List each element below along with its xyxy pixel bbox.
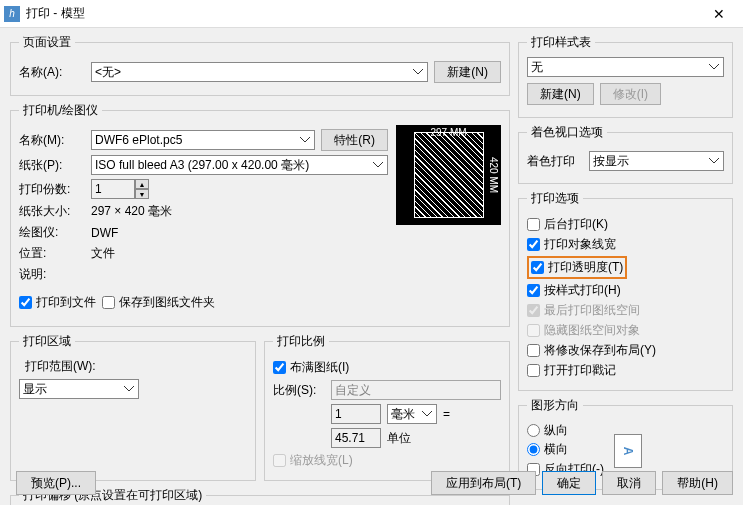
copies-label: 打印份数: [19, 181, 85, 198]
style-table-group: 打印样式表 无 新建(N) 修改(I) [518, 34, 733, 118]
shade-viewport-group: 着色视口选项 着色打印 按显示 [518, 124, 733, 184]
paper-size-value: 297 × 420 毫米 [91, 203, 172, 220]
opt-paperspace-last-checkbox: 最后打印图纸空间 [527, 302, 724, 319]
style-edit-button: 修改(I) [600, 83, 661, 105]
scale-unit-select[interactable]: 毫米 [387, 404, 437, 424]
printer-name-select[interactable]: DWF6 ePlot.pc5 [91, 130, 315, 150]
orient-landscape-radio[interactable]: 横向 [527, 441, 604, 458]
plot-options-legend: 打印选项 [527, 190, 583, 207]
plot-scale-legend: 打印比例 [273, 333, 329, 350]
copies-input[interactable] [91, 179, 135, 199]
app-icon: h [4, 6, 20, 22]
plot-area-legend: 打印区域 [19, 333, 75, 350]
shade-plot-label: 着色打印 [527, 153, 583, 170]
preview-hatch [414, 132, 484, 218]
location-label: 位置: [19, 245, 85, 262]
plot-scale-group: 打印比例 布满图纸(I) 比例(S): 自定义 毫米 = 单位 缩放线宽 [264, 333, 510, 481]
opt-background-checkbox[interactable]: 后台打印(K) [527, 216, 724, 233]
copies-spinner[interactable]: ▲▼ [91, 179, 149, 199]
opt-hide-paperspace-checkbox: 隐藏图纸空间对象 [527, 322, 724, 339]
scale-unit1-input [331, 404, 381, 424]
scale-label: 比例(S): [273, 382, 325, 399]
opt-transparency-highlight: 打印透明度(T) [527, 256, 627, 279]
scale-select: 自定义 [331, 380, 501, 400]
paper-size-label: 纸张大小: [19, 203, 85, 220]
title-bar: h 打印 - 模型 ✕ [0, 0, 743, 28]
spinner-down-icon[interactable]: ▼ [135, 189, 149, 199]
printer-props-button[interactable]: 特性(R) [321, 129, 388, 151]
page-setup-name-label: 名称(A): [19, 64, 85, 81]
printer-name-label: 名称(M): [19, 132, 85, 149]
window-title: 打印 - 模型 [26, 5, 699, 22]
style-new-button[interactable]: 新建(N) [527, 83, 594, 105]
shade-viewport-legend: 着色视口选项 [527, 124, 607, 141]
scale-unit-text: 单位 [387, 430, 411, 447]
plot-range-select[interactable]: 显示 [19, 379, 139, 399]
shade-plot-select[interactable]: 按显示 [589, 151, 724, 171]
opt-transparency-checkbox[interactable]: 打印透明度(T) [531, 259, 623, 276]
preview-button[interactable]: 预览(P)... [16, 471, 96, 495]
save-to-folder-checkbox[interactable]: 保存到图纸文件夹 [102, 294, 215, 311]
spinner-up-icon[interactable]: ▲ [135, 179, 149, 189]
cancel-button[interactable]: 取消 [602, 471, 656, 495]
equals-label: = [443, 407, 450, 421]
opt-plot-stamp-checkbox[interactable]: 打开打印戳记 [527, 362, 724, 379]
page-setup-group: 页面设置 名称(A): <无> 新建(N) [10, 34, 510, 96]
scale-unit2-input [331, 428, 381, 448]
close-button[interactable]: ✕ [699, 0, 739, 28]
plotter-value: DWF [91, 226, 118, 240]
page-setup-new-button[interactable]: 新建(N) [434, 61, 501, 83]
apply-layout-button[interactable]: 应用到布局(T) [431, 471, 536, 495]
page-setup-name-select[interactable]: <无> [91, 62, 428, 82]
paper-preview: 297 MM 420 MM [396, 125, 501, 225]
paper-select[interactable]: ISO full bleed A3 (297.00 x 420.00 毫米) [91, 155, 388, 175]
location-value: 文件 [91, 245, 115, 262]
bottom-bar: 预览(P)... 应用到布局(T) 确定 取消 帮助(H) [10, 471, 733, 495]
help-button[interactable]: 帮助(H) [662, 471, 733, 495]
orient-portrait-radio[interactable]: 纵向 [527, 422, 604, 439]
style-table-legend: 打印样式表 [527, 34, 595, 51]
fit-paper-checkbox[interactable]: 布满图纸(I) [273, 359, 501, 376]
print-to-file-checkbox[interactable]: 打印到文件 [19, 294, 96, 311]
desc-label: 说明: [19, 266, 85, 283]
plot-area-group: 打印区域 打印范围(W): 显示 [10, 333, 256, 481]
opt-save-layout-checkbox[interactable]: 将修改保存到布局(Y) [527, 342, 724, 359]
style-table-select[interactable]: 无 [527, 57, 724, 77]
orientation-icon: A [614, 434, 642, 468]
ok-button[interactable]: 确定 [542, 471, 596, 495]
plot-range-label: 打印范围(W): [25, 358, 247, 375]
page-setup-legend: 页面设置 [19, 34, 75, 51]
orientation-legend: 图形方向 [527, 397, 583, 414]
scale-lineweight-checkbox: 缩放线宽(L) [273, 452, 501, 469]
printer-group: 打印机/绘图仪 名称(M): DWF6 ePlot.pc5 特性(R) 纸张(P… [10, 102, 510, 327]
printer-legend: 打印机/绘图仪 [19, 102, 102, 119]
preview-height-label: 420 MM [488, 157, 499, 193]
paper-label: 纸张(P): [19, 157, 85, 174]
opt-style-checkbox[interactable]: 按样式打印(H) [527, 282, 724, 299]
plot-options-group: 打印选项 后台打印(K) 打印对象线宽 打印透明度(T) 按样式打印(H) 最后… [518, 190, 733, 391]
plotter-label: 绘图仪: [19, 224, 85, 241]
opt-lineweight-checkbox[interactable]: 打印对象线宽 [527, 236, 724, 253]
